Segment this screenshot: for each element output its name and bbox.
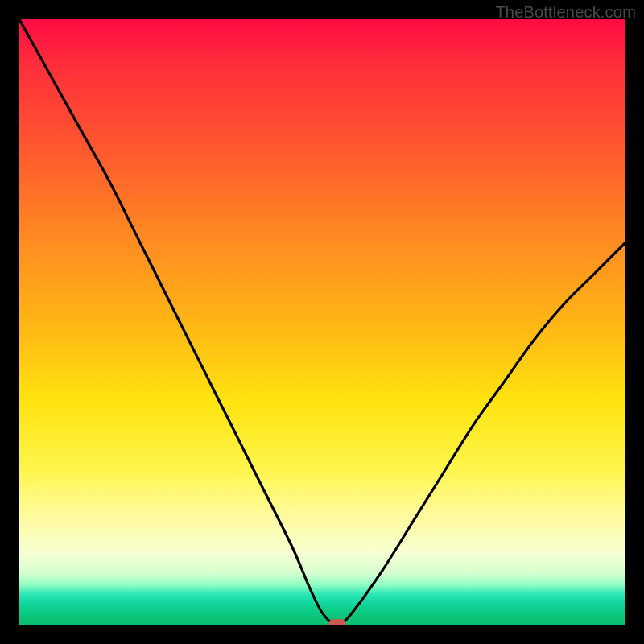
curve-svg	[19, 19, 625, 625]
plot-area	[19, 19, 625, 625]
watermark-label: TheBottleneck.com	[495, 3, 636, 22]
optimal-point-marker	[328, 619, 346, 625]
bottleneck-curve-path	[19, 19, 625, 625]
chart-frame: TheBottleneck.com	[0, 0, 644, 644]
